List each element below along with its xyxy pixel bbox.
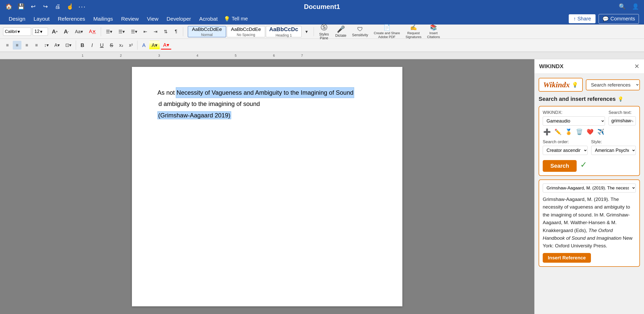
tell-me[interactable]: 💡 Tell me xyxy=(224,16,248,22)
more-styles-button[interactable]: ▾ xyxy=(302,27,311,36)
ruler: 1 2 3 4 5 6 7 xyxy=(0,52,644,59)
underline-button[interactable]: U xyxy=(97,41,106,50)
justify-button[interactable]: ≡ xyxy=(32,41,41,50)
sensitivity-button[interactable]: 🛡 Sensitivity xyxy=(350,26,370,38)
wikindx-logo: Wikindx xyxy=(543,80,570,89)
grow-font-button[interactable]: A+ xyxy=(49,27,60,36)
menu-acrobat[interactable]: Acrobat xyxy=(196,14,221,23)
dictate-button[interactable]: 🎤 Dictate xyxy=(333,25,349,38)
result-select[interactable]: Grimshaw-Aagaard, M. (2019). The necessi… xyxy=(543,184,636,192)
shading-button[interactable]: A▾ xyxy=(52,41,62,50)
ribbon-row1: Calibri ▾ 12 ▾ A+ A- Aa▾ A✕ ☰▾ ☰▾ ☰▾ ⇤ ⇥… xyxy=(0,25,644,39)
shrink-font-button[interactable]: A- xyxy=(61,27,71,36)
edit-icon[interactable]: ✏️ xyxy=(553,128,562,136)
undo-icon[interactable]: ↩ xyxy=(29,2,38,11)
save-icon[interactable]: 💾 xyxy=(16,2,26,11)
search-panel: WIKINDX: Gameaudio ➕ ✏️ 🏅 🗑️ ❤️ ✈️ xyxy=(539,106,640,176)
increase-indent-button[interactable]: ⇥ xyxy=(151,27,160,36)
delete-icon[interactable]: 🗑️ xyxy=(575,128,584,136)
align-center-button[interactable]: ≡ xyxy=(13,41,21,50)
request-signatures-button[interactable]: ✍ RequestSignatures xyxy=(404,24,424,39)
styles-pane-button[interactable]: Ⓢ StylesPane xyxy=(316,22,332,41)
side-panel: WIKINDX ✕ Wikindx 💡 Search references Se… xyxy=(534,59,644,314)
menu-view[interactable]: View xyxy=(143,14,162,23)
search-text-label: Search text: xyxy=(609,110,636,115)
text-effects-button[interactable]: A xyxy=(140,41,148,50)
menu-design[interactable]: Design xyxy=(5,14,29,23)
strikethrough-button[interactable]: S xyxy=(107,41,116,50)
clear-formatting-button[interactable]: A✕ xyxy=(87,27,98,36)
style-select[interactable]: American Psychological xyxy=(591,146,636,155)
comments-button[interactable]: 💬 Comments xyxy=(599,14,639,24)
style-normal-button[interactable]: AaBbCcDdEe Normal xyxy=(188,26,226,37)
document-page[interactable]: As notNecessity of Vagueness and Ambigui… xyxy=(132,67,402,306)
sensitivity-icon: 🛡 xyxy=(357,26,363,33)
user-icon[interactable]: 👤 xyxy=(631,2,640,11)
subscript-button[interactable]: x₂ xyxy=(117,41,126,50)
menu-references[interactable]: References xyxy=(54,14,89,23)
pilcrow-button[interactable]: ¶ xyxy=(172,27,180,36)
add-icon[interactable]: ➕ xyxy=(543,128,551,136)
title-bar-left: 🏠 💾 ↩ ↪ 🖨 ☝ ··· xyxy=(4,2,87,11)
checkmark-icon: ✓ xyxy=(580,160,587,170)
style-nospacing-button[interactable]: AaBbCcDdEe No Spacing xyxy=(227,26,265,37)
style-label: Style: xyxy=(591,139,636,144)
multilevel-button[interactable]: ☰▾ xyxy=(129,27,140,36)
home-icon[interactable]: 🏠 xyxy=(4,2,13,11)
citation-icon: 📚 xyxy=(430,24,437,31)
line-spacing-button[interactable]: ↕▾ xyxy=(42,41,51,50)
insert-citations-button[interactable]: 📚 InsertCitations xyxy=(425,24,442,39)
numbering-button[interactable]: ☰▾ xyxy=(116,27,127,36)
sort-button[interactable]: ⇅ xyxy=(162,27,170,36)
change-case-button[interactable]: Aa▾ xyxy=(73,27,85,36)
create-share-pdf-button[interactable]: 📄 Create and ShareAdobe PDF xyxy=(372,24,402,39)
insert-reference-button[interactable]: Insert Reference xyxy=(543,253,591,263)
font-size-dropdown[interactable]: 12 ▾ xyxy=(33,28,48,36)
touch-icon[interactable]: ☝ xyxy=(65,2,75,11)
menu-review[interactable]: Review xyxy=(118,14,142,23)
superscript-button[interactable]: x² xyxy=(127,41,135,50)
separator4 xyxy=(76,41,76,50)
align-left-button[interactable]: ≡ xyxy=(3,41,12,50)
title-bar-right: 🔍 👤 xyxy=(617,2,640,11)
highlighted-phrase: Necessity of Vagueness and Ambiguity to … xyxy=(176,87,354,98)
highlight-button[interactable]: A▾ xyxy=(149,41,160,50)
plane-icon[interactable]: ✈️ xyxy=(596,128,605,136)
print-icon[interactable]: 🖨 xyxy=(53,2,62,11)
menu-developer[interactable]: Developer xyxy=(163,14,195,23)
main-area: As notNecessity of Vagueness and Ambigui… xyxy=(0,59,644,314)
award-icon[interactable]: 🏅 xyxy=(564,128,573,136)
logo-lightbulb-icon: 💡 xyxy=(572,82,578,88)
signature-icon: ✍ xyxy=(410,24,417,31)
search-action-row: Search ✓ xyxy=(543,158,636,172)
borders-button[interactable]: ⊡▾ xyxy=(63,41,74,50)
wikindx-logo-box: Wikindx 💡 xyxy=(539,78,583,92)
font-color-button[interactable]: A▾ xyxy=(161,41,171,50)
search-button[interactable]: Search xyxy=(543,160,577,172)
menu-mailings[interactable]: Mailings xyxy=(90,14,117,23)
search-order-select[interactable]: Creator ascending xyxy=(543,146,588,155)
redo-icon[interactable]: ↪ xyxy=(41,2,50,11)
italic-button[interactable]: I xyxy=(88,41,96,50)
bold-button[interactable]: B xyxy=(78,41,87,50)
search-text-input[interactable] xyxy=(609,116,636,125)
search-icon[interactable]: 🔍 xyxy=(617,2,627,11)
section-lightbulb-icon: 💡 xyxy=(618,96,623,102)
decrease-indent-button[interactable]: ⇤ xyxy=(141,27,150,36)
align-right-button[interactable]: ≡ xyxy=(22,41,31,50)
bullets-button[interactable]: ☰▾ xyxy=(104,27,115,36)
menu-layout[interactable]: Layout xyxy=(30,14,53,23)
panel-close-button[interactable]: ✕ xyxy=(634,63,639,70)
wikindx-select[interactable]: Gameaudio xyxy=(543,116,605,126)
font-name-dropdown[interactable]: Calibri ▾ xyxy=(3,28,31,36)
ribbon-row2: ≡ ≡ ≡ ≡ ↕▾ A▾ ⊡▾ B I U S x₂ x² A A▾ A▾ xyxy=(0,39,644,52)
search-refs-dropdown[interactable]: Search references xyxy=(586,79,640,90)
heart-icon[interactable]: ❤️ xyxy=(586,128,594,136)
section-title: Search and insert references 💡 xyxy=(539,96,640,102)
share-button[interactable]: ↑ Share xyxy=(569,14,596,23)
text-after-highlight: d ambiguity to the imagining of sound xyxy=(158,99,260,109)
style-heading1-button[interactable]: AaBbCcDc Heading 1 xyxy=(266,26,302,37)
result-panel: Grimshaw-Aagaard, M. (2019). The necessi… xyxy=(539,179,640,267)
more-actions-icon[interactable]: ··· xyxy=(78,2,87,11)
wikindx-field-group: WIKINDX: Gameaudio ➕ ✏️ 🏅 🗑️ ❤️ ✈️ xyxy=(543,110,605,136)
